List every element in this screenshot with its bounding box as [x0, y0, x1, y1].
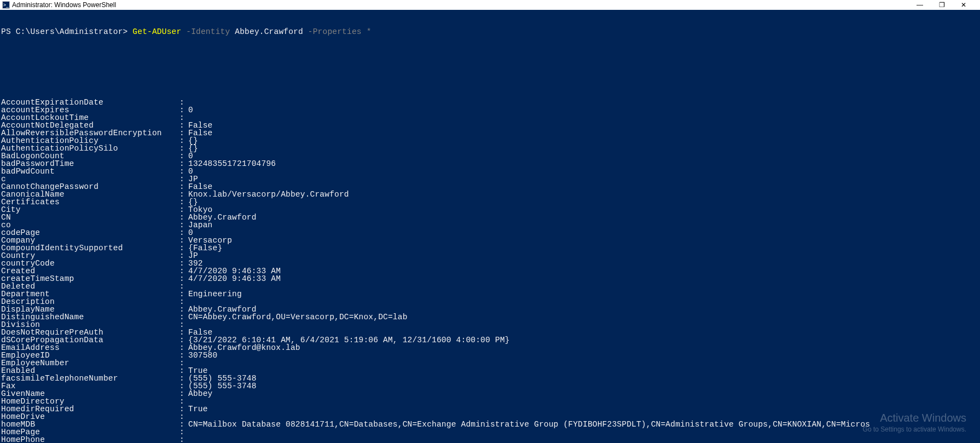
property-separator: :: [179, 313, 188, 321]
property-row: BadLogonCount: 0: [1, 152, 979, 160]
property-key: DisplayName: [1, 306, 179, 313]
property-separator: :: [179, 283, 188, 290]
property-row: badPasswordTime: 132483551721704796: [1, 160, 979, 168]
property-separator: :: [179, 129, 188, 137]
property-separator: :: [179, 329, 188, 336]
property-row: AllowReversiblePasswordEncryption: False: [1, 129, 979, 137]
property-separator: :: [179, 99, 188, 106]
property-row: createTimeStamp: 4/7/2020 9:46:33 AM: [1, 275, 979, 283]
property-key: accountExpires: [1, 106, 179, 114]
property-row: Description:: [1, 298, 979, 306]
maximize-button[interactable]: ❐: [938, 2, 945, 8]
property-row: HomeDirectory:: [1, 398, 979, 405]
property-separator: :: [179, 405, 188, 413]
prompt-line: PS C:\Users\Administrator> Get-ADUser -I…: [1, 28, 979, 36]
property-key: AuthenticationPolicy: [1, 137, 179, 145]
property-separator: :: [179, 206, 188, 214]
property-key: Company: [1, 237, 179, 244]
property-key: HomeDrive: [1, 413, 179, 421]
property-value: 307580: [188, 351, 217, 360]
property-separator: :: [179, 244, 188, 252]
property-key: CannotChangePassword: [1, 183, 179, 191]
minimize-button[interactable]: ―: [917, 2, 923, 8]
property-key: createTimeStamp: [1, 275, 179, 283]
property-separator: :: [179, 382, 188, 390]
property-separator: :: [179, 137, 188, 145]
property-key: Enabled: [1, 367, 179, 375]
property-separator: :: [179, 229, 188, 237]
prompt-path: PS C:\Users\Administrator>: [1, 27, 132, 36]
prompt-arg-user: Abbey.Crawford: [230, 27, 303, 36]
property-key: facsimileTelephoneNumber: [1, 375, 179, 382]
property-separator: :: [179, 290, 188, 298]
property-separator: :: [179, 298, 188, 306]
property-key: DoesNotRequirePreAuth: [1, 329, 179, 336]
property-separator: :: [179, 183, 188, 191]
property-key: AccountExpirationDate: [1, 99, 179, 106]
property-key: EmailAddress: [1, 344, 179, 352]
property-separator: :: [179, 114, 188, 122]
blank-line: [1, 51, 979, 59]
property-key: Deleted: [1, 283, 179, 290]
property-separator: :: [179, 390, 188, 398]
property-row: EmailAddress: Abbey.Crawford@knox.lab: [1, 344, 979, 352]
property-row: countryCode: 392: [1, 260, 979, 267]
property-key: codePage: [1, 229, 179, 237]
property-row: HomePhone:: [1, 436, 979, 443]
property-row: AuthenticationPolicy: {}: [1, 137, 979, 145]
property-key: HomePage: [1, 428, 179, 436]
property-key: DistinguishedName: [1, 313, 179, 321]
property-separator: :: [179, 421, 188, 428]
close-button[interactable]: ✕: [960, 2, 967, 8]
property-key: City: [1, 206, 179, 214]
window-title: Administrator: Windows PowerShell: [12, 1, 116, 9]
property-key: GivenName: [1, 390, 179, 398]
window-titlebar: >_ Administrator: Windows PowerShell ― ❐…: [0, 0, 980, 10]
property-separator: :: [179, 145, 188, 152]
property-row: AccountExpirationDate:: [1, 99, 979, 106]
property-value: True: [188, 405, 208, 413]
property-separator: :: [179, 352, 188, 359]
property-value: Engineering: [188, 290, 242, 298]
property-row: Enabled: True: [1, 367, 979, 375]
property-row: Division:: [1, 321, 979, 329]
property-key: HomedirRequired: [1, 405, 179, 413]
property-value: 132483551721704796: [188, 159, 276, 168]
property-separator: :: [179, 191, 188, 198]
property-key: CompoundIdentitySupported: [1, 244, 179, 252]
property-separator: :: [179, 198, 188, 206]
property-key: EmployeeNumber: [1, 359, 179, 367]
property-row: CannotChangePassword: False: [1, 183, 979, 191]
property-value: CN=Abbey.Crawford,OU=Versacorp,DC=Knox,D…: [188, 313, 408, 321]
property-row: accountExpires: 0: [1, 106, 979, 114]
property-key: Country: [1, 252, 179, 260]
property-row: CompoundIdentitySupported: {False}: [1, 244, 979, 252]
property-row: Country: JP: [1, 252, 979, 260]
property-key: Certificates: [1, 198, 179, 206]
property-separator: :: [179, 252, 188, 260]
terminal-output[interactable]: PS C:\Users\Administrator> Get-ADUser -I…: [0, 10, 980, 443]
property-separator: :: [179, 175, 188, 183]
property-row: DisplayName: Abbey.Crawford: [1, 306, 979, 313]
property-value: 4/7/2020 9:46:33 AM: [188, 274, 281, 283]
property-key: dSCorePropagationData: [1, 336, 179, 344]
property-row: EmployeeNumber:: [1, 359, 979, 367]
property-row: Fax: (555) 555-3748: [1, 382, 979, 390]
property-separator: :: [179, 106, 188, 114]
property-row: DoesNotRequirePreAuth: False: [1, 329, 979, 336]
property-separator: :: [179, 398, 188, 405]
property-separator: :: [179, 260, 188, 267]
property-key: AccountNotDelegated: [1, 122, 179, 129]
property-row: facsimileTelephoneNumber: (555) 555-3748: [1, 375, 979, 382]
property-key: CN: [1, 214, 179, 221]
property-key: AuthenticationPolicySilo: [1, 145, 179, 152]
property-row: CanonicalName: Knox.lab/Versacorp/Abbey.…: [1, 191, 979, 198]
prompt-command: Get-ADUser: [132, 27, 181, 36]
property-key: BadLogonCount: [1, 152, 179, 160]
property-separator: :: [179, 413, 188, 421]
property-row: GivenName: Abbey: [1, 390, 979, 398]
property-row: EmployeeID: 307580: [1, 352, 979, 359]
property-key: Division: [1, 321, 179, 329]
property-key: homeMDB: [1, 421, 179, 428]
property-key: EmployeeID: [1, 352, 179, 359]
